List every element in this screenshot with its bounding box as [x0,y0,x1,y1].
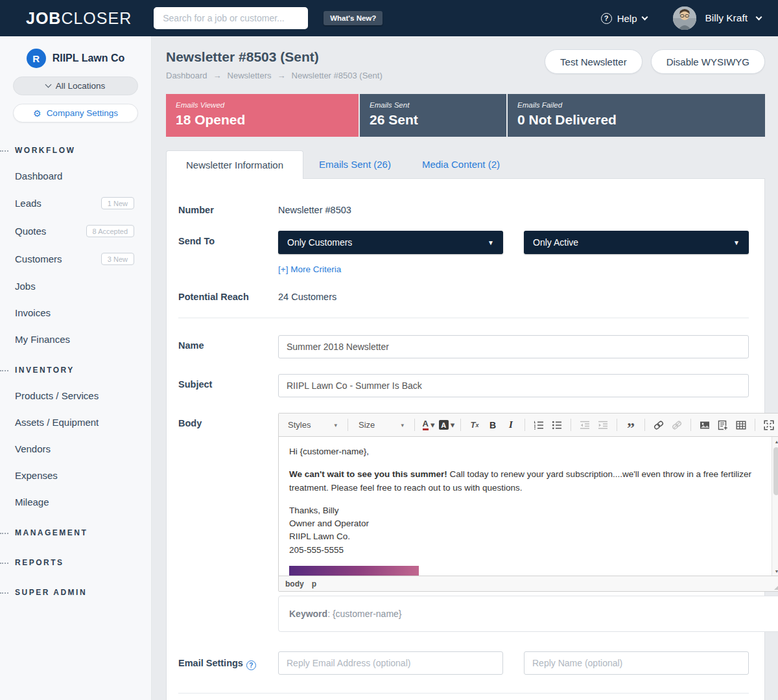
reply-name-input[interactable] [524,651,749,675]
stat-emails-failed: Emails Failed 0 Not Delivered [508,94,765,137]
logo-bold: JOB [26,9,61,27]
tab-bar: Newsletter Information Emails Sent (26) … [166,150,765,178]
sidebar-section-super-admin[interactable]: SUPER ADMIN [0,580,151,605]
bold-icon[interactable]: B [484,417,501,434]
search-input[interactable] [154,7,308,29]
select-caret-icon: ▼ [733,239,740,246]
styles-label: Styles [288,420,311,430]
element-path-p[interactable]: p [312,579,316,589]
number-value: Newsletter #8503 [278,200,749,215]
insert-table-icon[interactable] [733,417,749,434]
newsletter-subject-input[interactable] [278,374,749,397]
email-settings-help-icon[interactable]: ? [246,660,256,670]
insert-image-icon[interactable] [696,417,713,434]
editor-content-area[interactable]: Hi {customer-name}, We can't wait to see… [279,437,778,576]
decrease-indent-icon [576,417,593,434]
sidebar-item-label: Vendors [15,443,51,454]
user-menu[interactable]: Billy Kraft [705,12,748,24]
sidebar-section-reports[interactable]: REPORTS [0,550,151,575]
tab-newsletter-information[interactable]: Newsletter Information [166,150,303,179]
sidebar-section-inventory[interactable]: INVENTORY [0,358,151,382]
sidebar-item-jobs[interactable]: Jobs [0,273,151,299]
combo-caret-icon: ▾ [401,422,404,428]
send-to-audience-value: Only Customers [287,237,352,248]
breadcrumb-arrow-icon: → [277,71,286,80]
scrollbar-thumb[interactable] [773,447,778,495]
sidebar-item-my-finances[interactable]: My Finances [0,326,151,353]
tab-emails-sent[interactable]: Emails Sent (26) [303,150,407,178]
text-color-icon[interactable]: A ▾ [420,417,437,434]
chevron-down-icon [45,82,51,88]
size-dropdown[interactable]: Size ▾ [353,418,409,432]
sidebar-item-expenses[interactable]: Expenses [0,462,151,489]
disable-wysiwyg-button[interactable]: Disable WYSIWYG [651,49,765,74]
breadcrumb-current: Newsletter #8503 (Sent) [292,71,383,80]
help-menu[interactable]: ? Help [601,13,647,24]
company-header[interactable]: R RIIPL Lawn Co [0,36,151,68]
tab-media-content[interactable]: Media Content (2) [407,150,515,178]
sidebar-item-mileage[interactable]: Mileage [0,489,151,515]
element-path-body[interactable]: body [285,579,304,589]
all-locations-label: All Locations [56,81,106,91]
sidebar-item-vendors[interactable]: Vendors [0,436,151,462]
sidebar-item-label: Jobs [15,281,36,292]
user-avatar[interactable] [673,6,696,30]
all-locations-selector[interactable]: All Locations [13,76,138,95]
sidebar-item-invoices[interactable]: Invoices [0,299,151,326]
sidebar-item-leads[interactable]: Leads1 New [0,189,151,217]
stat-emails-sent: Emails Sent 26 Sent [360,94,506,137]
rich-text-editor: Styles ▾ Size ▾ A ▾ [278,413,778,592]
company-settings-button[interactable]: ⚙ Company Settings [13,104,138,122]
help-icon: ? [601,13,612,24]
logo-light: CLOSER [61,9,132,27]
email-stats-bar: Emails Viewed 18 Opened Emails Sent 26 S… [166,94,765,137]
breadcrumb-dashboard[interactable]: Dashboard [166,71,207,80]
scroll-down-icon[interactable]: ▼ [772,566,778,576]
sidebar-item-customers[interactable]: Customers3 New [0,245,151,273]
send-to-status-select[interactable]: Only Active ▼ [524,231,749,254]
send-to-status-value: Only Active [533,237,578,248]
send-to-audience-select[interactable]: Only Customers ▼ [278,231,503,254]
reply-email-input[interactable] [278,651,503,675]
number-label: Number [178,200,278,215]
combo-caret-icon: ▾ [451,420,455,430]
editor-scrollbar[interactable]: ▲ ▼ [772,437,778,576]
more-criteria-link[interactable]: [+] More Criteria [278,264,341,274]
background-color-icon[interactable]: A ▾ [438,417,455,434]
italic-icon[interactable]: I [502,417,519,434]
remove-format-icon[interactable]: Tx [466,417,483,434]
styles-dropdown[interactable]: Styles ▾ [283,418,342,432]
toolbar-separator [755,419,755,431]
keyword-help-box: Keyword: {customer-name} [278,596,778,632]
sidebar-item-quotes[interactable]: Quotes8 Accepted [0,217,151,245]
sidebar-section-management[interactable]: MANAGEMENT [0,520,151,545]
link-icon[interactable] [650,417,667,434]
sidebar-item-label: Customers [15,253,62,264]
whats-new-button[interactable]: What's New? [324,11,383,25]
maximize-icon[interactable] [760,417,777,434]
sidebar-item-assets-equipment[interactable]: Assets / Equipment [0,409,151,436]
potential-reach-label: Potential Reach [178,286,278,302]
send-to-row: Send To Only Customers ▼ Only Active ▼ [… [178,231,749,275]
media-template-icon[interactable] [714,417,731,434]
editor-content: Hi {customer-name}, We can't wait to see… [279,437,778,576]
test-newsletter-button[interactable]: Test Newsletter [545,49,642,74]
scroll-up-icon[interactable]: ▲ [772,437,778,446]
sidebar-item-products-services[interactable]: Products / Services [0,382,151,409]
newsletter-information-panel: Number Newsletter #8503 Send To Only Cus… [166,178,765,700]
sidebar-section-workflow[interactable]: WORKFLOW [0,138,151,163]
sidebar-item-label: Mileage [15,496,49,508]
sidebar-nav: WORKFLOW Dashboard Leads1 New Quotes8 Ac… [0,138,151,605]
breadcrumb-newsletters[interactable]: Newsletters [228,71,272,80]
body-paragraph-bold: We can't wait to see you this summer! [289,469,447,479]
app-logo[interactable]: JOBCLOSER [26,9,132,28]
newsletter-name-input[interactable] [278,335,749,358]
subject-row: Subject [178,374,749,397]
sidebar-item-dashboard[interactable]: Dashboard [0,163,151,189]
bulleted-list-icon[interactable] [548,417,565,434]
blockquote-icon[interactable]: ” [622,417,639,434]
chevron-down-icon [641,14,648,20]
editor-resize-handle[interactable] [774,584,778,590]
stat-emails-viewed: Emails Viewed 18 Opened [166,94,359,137]
numbered-list-icon[interactable] [530,417,547,434]
